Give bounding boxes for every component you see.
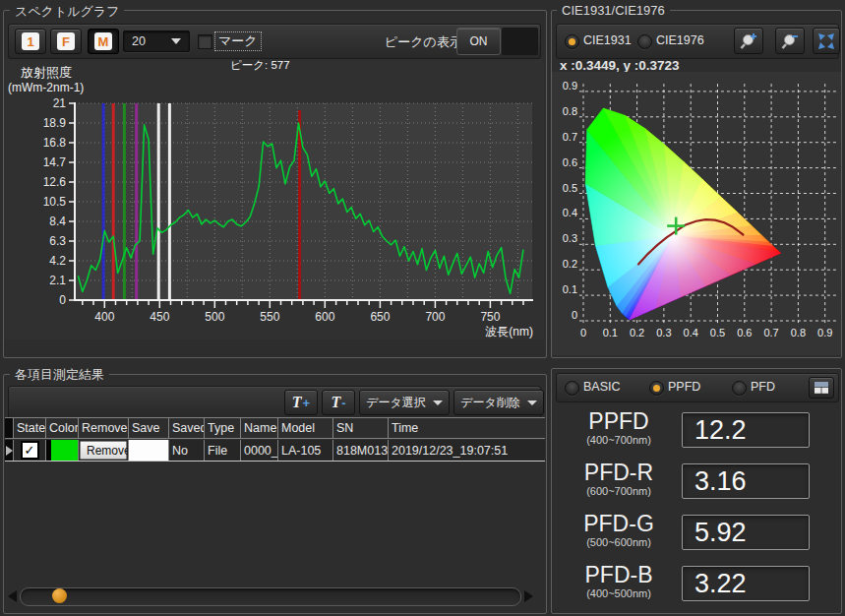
chevron-down-icon: [171, 38, 181, 44]
svg-text:550: 550: [260, 310, 279, 324]
average-count-dropdown[interactable]: 20: [123, 31, 190, 52]
svg-text:ピーク: 577: ピーク: 577: [230, 59, 290, 71]
svg-text:0: 0: [572, 309, 577, 321]
remove-row-button[interactable]: Remove: [80, 441, 127, 460]
spectrum-chart: 02.14.26.38.410.512.614.716.818.92140045…: [4, 59, 544, 339]
mode-basic-radio[interactable]: [565, 381, 579, 396]
svg-text:10.5: 10.5: [43, 195, 67, 209]
mode-1-icon: 1: [22, 32, 39, 50]
row-indicator-icon: [6, 446, 13, 456]
peak-display-on-button[interactable]: ON: [456, 28, 501, 55]
svg-text:(mWm-2nm-1): (mWm-2nm-1): [8, 81, 84, 94]
model-cell: LA-105: [278, 440, 333, 461]
state-checkbox[interactable]: ✓: [21, 441, 39, 460]
pfd-b-label: PFD-B: [558, 563, 680, 587]
scroll-left-arrow[interactable]: [8, 590, 17, 602]
col-model: Model: [278, 418, 333, 438]
color-swatch[interactable]: [51, 440, 78, 461]
results-panel-title: 各項目測定結果: [10, 366, 109, 384]
cie1931-radio[interactable]: [565, 34, 579, 49]
fit-view-icon: [816, 31, 836, 51]
fit-view-button[interactable]: [813, 28, 840, 54]
data-delete-dropdown-button[interactable]: データ削除: [453, 390, 544, 415]
col-type: Type: [205, 418, 241, 438]
pfd-g-label-block: PFD-G (500~600nm): [558, 512, 680, 548]
table-row[interactable]: ✓ Remove No File 0000_Y LA-105 818M0132 …: [5, 440, 545, 462]
svg-text:0.7: 0.7: [563, 131, 577, 143]
color-cell[interactable]: [46, 440, 79, 461]
zoom-out-button[interactable]: [775, 28, 805, 54]
svg-text:0.1: 0.1: [563, 283, 577, 295]
pfd-g-label: PFD-G: [558, 512, 680, 536]
graph-mode-m-button[interactable]: M: [88, 29, 119, 54]
zoom-out-icon: [780, 31, 800, 51]
svg-text:600: 600: [315, 310, 334, 324]
pfd-b-value: 3.22: [682, 566, 810, 601]
zoom-in-icon: [739, 31, 758, 51]
data-select-dropdown-button[interactable]: データ選択: [359, 390, 450, 415]
mode-pfd-radio[interactable]: [732, 381, 747, 396]
svg-text:500: 500: [205, 310, 224, 324]
col-time: Time: [389, 418, 545, 438]
cie-panel: CIE1931 CIE1976: [551, 10, 842, 358]
data-delete-label: データ削除: [460, 395, 520, 411]
svg-text:750: 750: [480, 310, 500, 324]
pfd-r-value: 3.16: [682, 463, 810, 499]
results-toolbar: T+ T- データ選択 データ削除: [8, 386, 541, 419]
table-view-icon: [815, 382, 828, 394]
minus-icon: -: [341, 396, 345, 410]
pfd-b-range: (400~500nm): [558, 587, 680, 599]
average-count-value: 20: [132, 34, 146, 48]
svg-text:0.2: 0.2: [563, 258, 577, 270]
zoom-in-button[interactable]: [734, 28, 763, 54]
col-name: Name: [241, 418, 278, 438]
spectrum-panel-title: スペクトルグラフ: [10, 3, 124, 21]
graph-mode-f-button[interactable]: F: [50, 29, 82, 54]
remove-trace-button[interactable]: T-: [322, 390, 355, 415]
plus-icon: +: [303, 396, 311, 410]
mode-pfd-label[interactable]: PFD: [751, 380, 775, 394]
row-indicator-header-cell: [5, 418, 14, 438]
cie-toolbar: CIE1931 CIE1976: [556, 24, 839, 59]
svg-text:0.9: 0.9: [563, 80, 577, 92]
col-save: Save: [129, 418, 169, 438]
svg-text:18.9: 18.9: [43, 116, 67, 130]
add-trace-button[interactable]: T+: [284, 390, 318, 415]
graph-mode-1-button[interactable]: 1: [15, 29, 46, 54]
table-view-button[interactable]: [809, 377, 834, 399]
svg-text:0.7: 0.7: [763, 327, 778, 339]
svg-text:0.1: 0.1: [603, 327, 618, 339]
mode-basic-label[interactable]: BASIC: [583, 380, 621, 394]
cie1976-radio-label[interactable]: CIE1976: [656, 33, 704, 47]
ppfd-value: 12.2: [682, 412, 810, 448]
mode-ppfd-radio[interactable]: [649, 381, 664, 396]
svg-text:波長(nm): 波長(nm): [485, 325, 533, 339]
horizontal-scrollbar-track[interactable]: [20, 587, 521, 606]
mark-checkbox-label[interactable]: マーク: [215, 32, 261, 50]
sn-cell: 818M0132: [333, 440, 389, 461]
cie1976-radio[interactable]: [637, 34, 652, 49]
state-cell: ✓: [14, 440, 46, 461]
peak-display-label: ピークの表示: [385, 33, 462, 51]
cie1931-radio-label[interactable]: CIE1931: [583, 33, 632, 47]
save-cell[interactable]: [129, 440, 169, 461]
saved-cell: No: [169, 440, 205, 461]
mark-checkbox[interactable]: [198, 34, 212, 49]
type-cell: File: [205, 440, 241, 461]
horizontal-scrollbar-thumb[interactable]: [52, 588, 67, 603]
svg-text:0.6: 0.6: [563, 156, 577, 168]
scroll-right-arrow[interactable]: [524, 590, 533, 602]
ppfd-label-block: PPFD (400~700nm): [558, 409, 680, 446]
pfd-g-value: 5.92: [682, 515, 810, 550]
mode-ppfd-label[interactable]: PPFD: [668, 380, 700, 394]
svg-text:8.4: 8.4: [49, 215, 66, 228]
svg-text:21: 21: [53, 96, 67, 110]
row-indicator-cell: [5, 440, 14, 461]
svg-text:0: 0: [580, 327, 586, 339]
svg-text:0.5: 0.5: [710, 327, 725, 339]
remove-cell: Remove: [79, 440, 129, 461]
peak-display-off-segment[interactable]: [502, 28, 538, 55]
data-select-label: データ選択: [366, 395, 426, 411]
results-panel: T+ T- データ選択 データ削除 State Color Remove Sav…: [3, 374, 547, 614]
add-trace-t: T: [292, 394, 302, 411]
